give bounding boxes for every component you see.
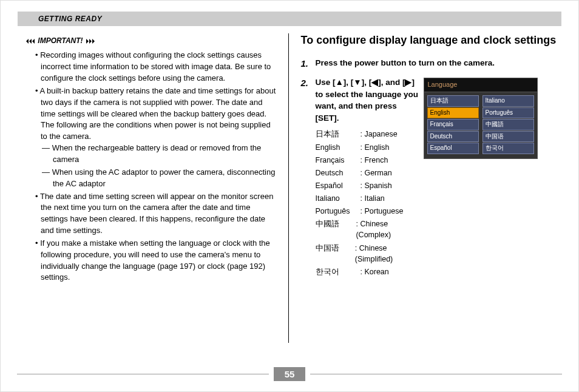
lang-english: : Chinese (Complex): [356, 218, 418, 240]
lang-row: Português: Portuguese: [316, 206, 419, 217]
important-bullets: Recording images without configuring the…: [41, 50, 279, 283]
important-text: IMPORTANT!: [38, 36, 83, 45]
lang-english: : Spanish: [361, 180, 392, 191]
step-1: 1. Press the power button to turn on the…: [301, 57, 562, 70]
menu-right-col: Italiano Português 中國語 中国语 한국어: [482, 95, 534, 155]
menu-item: 中国语: [482, 131, 534, 143]
sub-bullet-item: When the rechargeable battery is dead or…: [52, 143, 279, 166]
bullet-item: A built-in backup battery retains the da…: [41, 86, 279, 190]
bracket-right-icon: [85, 38, 95, 44]
menu-title: Language: [424, 78, 538, 92]
menu-item-selected: English: [427, 107, 479, 119]
lang-native: Français: [316, 155, 361, 166]
lang-row: Español: Spanish: [316, 180, 419, 191]
menu-item: Français: [427, 119, 479, 130]
sub-bullet-item: When using the AC adaptor to power the c…: [52, 167, 279, 190]
language-list: 日本語: Japanese English: English Français:…: [316, 129, 419, 277]
step-1-text: Press the power button to turn on the ca…: [316, 57, 562, 70]
lang-native: Español: [316, 180, 361, 191]
lang-english: : English: [361, 142, 390, 153]
lang-row: 中国语: Chinese (Simplified): [316, 243, 419, 265]
footer-rule-left: [17, 374, 269, 374]
menu-item: Italiano: [482, 95, 534, 107]
menu-left-col: 日本語 English Français Deutsch Español: [427, 95, 479, 155]
subsection-heading: To configure display language and clock …: [301, 33, 562, 47]
menu-item: 한국어: [482, 143, 534, 154]
menu-item: 中國語: [482, 119, 534, 130]
menu-item: Español: [427, 143, 479, 154]
lang-native: 日本語: [316, 129, 361, 140]
page-number: 55: [274, 367, 306, 381]
menu-item: Português: [482, 107, 534, 119]
page-footer: 55: [17, 367, 562, 381]
lang-native: Italiano: [316, 193, 361, 204]
step-2: 2. Use [▲], [▼], [◀], and [▶] to select …: [301, 76, 562, 279]
step-number: 2.: [301, 78, 309, 88]
menu-body: 日本語 English Français Deutsch Español Ita…: [424, 92, 538, 159]
lang-row: Français: French: [316, 155, 419, 166]
step-number: 1.: [301, 58, 309, 69]
lang-native: 中國語: [316, 218, 356, 240]
lang-english: : French: [361, 155, 388, 166]
bullet-item: Recording images without configuring the…: [41, 50, 279, 84]
lang-english: : Korean: [361, 266, 389, 277]
menu-item: 日本語: [427, 95, 479, 107]
lang-row: English: English: [316, 142, 419, 153]
lang-english: : Japanese: [361, 129, 398, 140]
lang-native: English: [316, 142, 361, 153]
lang-english: : German: [361, 167, 392, 178]
bullet-item: The date and time setting screen will ap…: [41, 191, 279, 237]
bracket-left-icon: [26, 38, 36, 44]
lang-native: 中国语: [316, 243, 355, 265]
lang-native: 한국어: [316, 266, 361, 277]
language-menu-screenshot: Language 日本語 English Français Deutsch Es…: [424, 78, 538, 279]
important-callout: IMPORTANT!: [26, 36, 279, 46]
lang-native: Português: [316, 206, 361, 217]
lang-english: : Italian: [361, 193, 385, 204]
bullet-text: A built-in backup battery retains the da…: [39, 86, 276, 141]
left-column: IMPORTANT! Recording images without conf…: [18, 33, 289, 343]
two-column-layout: IMPORTANT! Recording images without conf…: [18, 33, 561, 343]
lang-english: : Chinese (Simplified): [355, 243, 419, 265]
lang-english: : Portuguese: [361, 206, 404, 217]
section-header: GETTING READY: [18, 12, 561, 26]
right-column: To configure display language and clock …: [289, 33, 562, 343]
step-2-text: Use [▲], [▼], [◀], and [▶] to select the…: [316, 76, 419, 124]
lang-row: 한국어: Korean: [316, 266, 419, 277]
menu-item: Deutsch: [427, 131, 479, 143]
bullet-item: If you make a mistake when setting the l…: [41, 238, 279, 283]
footer-rule-right: [310, 374, 562, 374]
sub-bullets: When the rechargeable battery is dead or…: [52, 143, 279, 189]
lang-row: Deutsch: German: [316, 167, 419, 178]
lang-row: Italiano: Italian: [316, 193, 419, 204]
lang-native: Deutsch: [316, 167, 361, 178]
lang-row: 日本語: Japanese: [316, 129, 419, 140]
lang-row: 中國語: Chinese (Complex): [316, 218, 419, 240]
